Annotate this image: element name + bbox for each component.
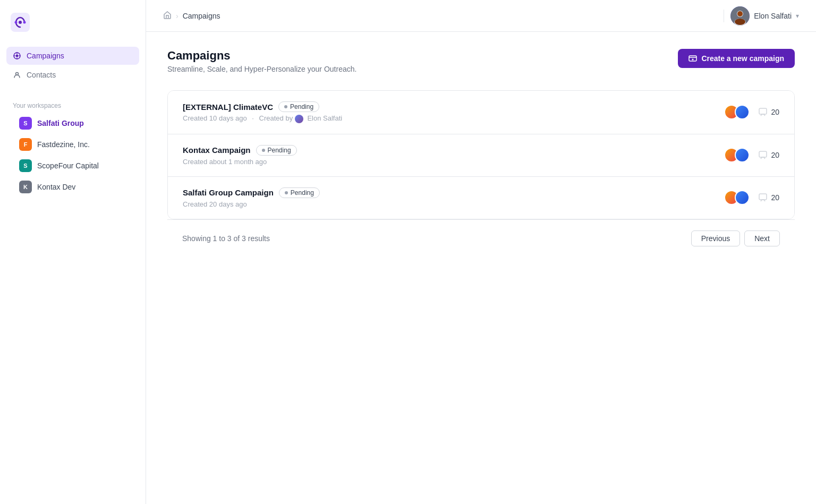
svg-point-10 (737, 11, 743, 16)
avatar (730, 6, 750, 25)
message-count: 20 (758, 107, 779, 117)
member-avatar (735, 190, 750, 205)
svg-point-1 (19, 21, 22, 24)
page-subtitle: Streamline, Scale, and Hyper-Personalize… (167, 65, 356, 73)
content-area: Campaigns Streamline, Scale, and Hyper-P… (146, 32, 816, 504)
member-avatar (735, 148, 750, 163)
svg-point-3 (23, 21, 26, 24)
campaign-meta: Created 10 days ago · Created by Elon Sa… (183, 114, 342, 123)
status-badge: Pending (278, 101, 319, 112)
campaign-title-row: [EXTERNAL] ClimateVC Pending (183, 101, 342, 112)
table-row[interactable]: [EXTERNAL] ClimateVC Pending Created 10 … (168, 91, 794, 134)
creator-avatar (295, 115, 303, 123)
sidebar-item-contacts[interactable]: Contacts (6, 66, 139, 84)
campaign-name: Kontax Campaign (183, 146, 251, 155)
status-badge: Pending (256, 145, 297, 156)
user-info[interactable]: Elon Salfati ▾ (730, 6, 799, 25)
svg-rect-15 (759, 194, 767, 200)
sidebar: Campaigns Contacts Your workspaces S Sal… (0, 0, 146, 504)
svg-rect-14 (759, 151, 767, 157)
status-dot (285, 191, 288, 194)
campaign-title-row: Kontax Campaign Pending (183, 145, 297, 156)
status-dot (284, 105, 287, 108)
workspace-item-salfati-group[interactable]: S Salfati Group (6, 113, 139, 134)
campaign-meta: Created about 1 month ago (183, 158, 297, 166)
page-title-block: Campaigns Streamline, Scale, and Hyper-P… (167, 49, 356, 73)
workspace-avatar-fastdezine: F (19, 138, 32, 151)
member-avatar (735, 105, 750, 119)
user-name: Elon Salfati (754, 12, 792, 20)
contacts-icon (13, 71, 21, 79)
sidebar-nav: Campaigns Contacts (0, 47, 146, 85)
create-campaign-icon (688, 54, 697, 63)
workspace-list: S Salfati Group F Fastdezine, Inc. S Sco… (0, 113, 146, 198)
table-row[interactable]: Salfati Group Campaign Pending Created 2… (168, 177, 794, 219)
campaign-info: [EXTERNAL] ClimateVC Pending Created 10 … (183, 101, 342, 123)
avatar-stack (724, 105, 750, 119)
message-icon (758, 193, 768, 202)
campaign-right: 20 (724, 105, 779, 119)
logo[interactable] (0, 8, 146, 47)
page-title: Campaigns (167, 49, 356, 63)
campaign-right: 20 (724, 148, 779, 163)
workspaces-section-label: Your workspaces (0, 98, 146, 113)
campaign-name: Salfati Group Campaign (183, 188, 274, 197)
main-content: › Campaigns Elon Salfati ▾ (146, 0, 816, 504)
campaign-title-row: Salfati Group Campaign Pending (183, 187, 320, 198)
next-button[interactable]: Next (744, 230, 780, 246)
breadcrumb-separator: › (176, 12, 178, 20)
message-icon (758, 107, 768, 117)
sidebar-item-campaigns[interactable]: Campaigns (6, 47, 139, 65)
campaigns-icon (13, 52, 21, 60)
home-icon[interactable] (163, 11, 172, 21)
breadcrumb-current: Campaigns (183, 12, 220, 20)
svg-point-5 (16, 55, 19, 57)
topbar-right: Elon Salfati ▾ (724, 6, 799, 25)
campaign-name: [EXTERNAL] ClimateVC (183, 102, 273, 112)
avatar-stack (724, 148, 750, 163)
showing-results-text: Showing 1 to 3 of 3 results (182, 234, 270, 243)
create-campaign-button[interactable]: Create a new campaign (678, 49, 795, 68)
page-header: Campaigns Streamline, Scale, and Hyper-P… (167, 49, 795, 73)
status-badge: Pending (279, 187, 320, 198)
svg-point-11 (735, 19, 745, 25)
message-count: 20 (758, 150, 779, 160)
table-row[interactable]: Kontax Campaign Pending Created about 1 … (168, 134, 794, 177)
workspace-item-kontax-dev[interactable]: K Kontax Dev (6, 176, 139, 198)
breadcrumb: › Campaigns (163, 11, 220, 21)
campaign-meta: Created 20 days ago (183, 200, 320, 208)
workspace-avatar-kontax: K (19, 181, 32, 193)
avatar-stack (724, 190, 750, 205)
message-icon (758, 150, 768, 160)
svg-rect-13 (759, 108, 767, 114)
message-count: 20 (758, 193, 779, 202)
campaign-right: 20 (724, 190, 779, 205)
status-dot (262, 149, 265, 152)
workspace-avatar-scopefour: S (19, 159, 32, 172)
campaign-info: Salfati Group Campaign Pending Created 2… (183, 187, 320, 208)
workspace-item-fastdezine[interactable]: F Fastdezine, Inc. (6, 134, 139, 155)
campaign-list: [EXTERNAL] ClimateVC Pending Created 10 … (167, 90, 795, 219)
campaign-info: Kontax Campaign Pending Created about 1 … (183, 145, 297, 166)
chevron-down-icon: ▾ (796, 12, 799, 20)
workspace-item-scopefour[interactable]: S ScopeFour Capital (6, 155, 139, 176)
previous-button[interactable]: Previous (691, 230, 740, 246)
topbar: › Campaigns Elon Salfati ▾ (146, 0, 816, 32)
svg-point-2 (15, 21, 18, 24)
pagination-buttons: Previous Next (691, 230, 780, 246)
topbar-divider (724, 10, 724, 22)
pagination-bar: Showing 1 to 3 of 3 results Previous Nex… (167, 219, 795, 257)
workspace-avatar-salfati: S (19, 117, 32, 130)
